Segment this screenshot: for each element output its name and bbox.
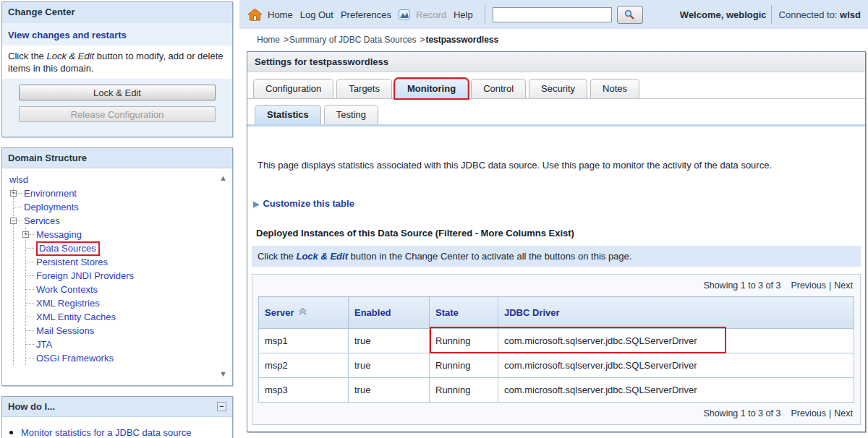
search-input[interactable]	[493, 7, 612, 22]
description-text-em: Lock & Edit	[46, 51, 94, 61]
tab-monitoring[interactable]: Monitoring	[395, 79, 468, 98]
tree-item-osgi-frameworks[interactable]: OSGi Frameworks	[36, 353, 114, 364]
cell-enabled: true	[349, 353, 430, 378]
customize-table-link[interactable]: ▶Customize this table	[253, 198, 861, 209]
list-item: Monitor statistics for a JDBC data sourc…	[21, 426, 226, 438]
tree-item-jta[interactable]: JTA	[36, 339, 52, 350]
tree-item-deployments[interactable]: Deployments	[24, 202, 79, 212]
tab-control[interactable]: Control	[471, 79, 526, 98]
page-description: This page displays statistics associated…	[258, 160, 861, 171]
home-link[interactable]: Home	[268, 9, 293, 20]
tree-item-xml-registries[interactable]: XML Registries	[36, 298, 100, 309]
magnifier-icon	[624, 9, 635, 20]
cell-server: msp3	[259, 378, 349, 403]
cell-enabled: true	[349, 329, 430, 353]
pagination-showing: Showing 1 to 3 of 3	[703, 280, 780, 291]
info-text-pre: Click the	[258, 251, 296, 262]
monitor-statistics-link[interactable]: Monitor statistics for a JDBC data sourc…	[21, 427, 192, 438]
column-header-server[interactable]: Server	[259, 297, 349, 329]
tab-configuration[interactable]: Configuration	[253, 79, 333, 98]
change-center-title: Change Center	[2, 2, 232, 22]
how-do-i-panel: How do I... Monitor statistics for a JDB…	[1, 396, 233, 438]
how-do-i-body: Monitor statistics for a JDBC data sourc…	[2, 417, 232, 438]
cell-jdbc-driver: com.microsoft.sqlserver.jdbc.SQLServerDr…	[498, 378, 854, 403]
column-label: JDBC Driver	[504, 307, 560, 318]
subtab-statistics[interactable]: Statistics	[255, 105, 321, 124]
pagination-pipe: |	[829, 280, 831, 291]
logout-link[interactable]: Log Out	[300, 9, 333, 20]
view-changes-link[interactable]: View changes and restarts	[8, 30, 127, 40]
weblogic-console-page: Change Center View changes and restarts …	[0, 0, 868, 438]
next-button: Next	[834, 280, 853, 291]
cell-server: msp2	[259, 353, 349, 378]
tab-security[interactable]: Security	[529, 79, 587, 98]
console-toolbar: Home Log Out Preferences Record Help Wel…	[239, 0, 868, 29]
tree-item-wlsd[interactable]: wlsd	[9, 174, 28, 185]
tree-connector	[26, 248, 34, 249]
info-text-em: Lock & Edit	[296, 251, 348, 262]
how-do-i-title: How do I...	[8, 401, 55, 412]
breadcrumb-jdbc-summary[interactable]: Summary of JDBC Data Sources	[289, 35, 416, 45]
table-row: msp3 true Running com.microsoft.sqlserve…	[259, 378, 854, 403]
column-label: State	[435, 307, 459, 318]
pagination-top: Showing 1 to 3 of 3Previous|Next	[258, 279, 854, 296]
page-title: Settings for testpasswordless	[247, 52, 865, 72]
tree-item-foreign-jndi-providers[interactable]: Foreign JNDI Providers	[36, 270, 134, 281]
change-center-buttons: Lock & Edit Release Configuration	[2, 79, 232, 137]
connected-domain: wlsd	[840, 9, 861, 20]
domain-structure-title: Domain Structure	[2, 148, 232, 168]
lock-edit-button[interactable]: Lock & Edit	[19, 85, 216, 100]
home-icon[interactable]	[248, 9, 262, 21]
preferences-link[interactable]: Preferences	[341, 9, 391, 20]
record-icon	[399, 9, 410, 20]
domain-structure-panel: Domain Structure wlsd Environment Deploy…	[1, 147, 233, 386]
help-link[interactable]: Help	[454, 9, 473, 20]
column-header-state[interactable]: State	[430, 297, 498, 329]
cell-state: Running	[430, 329, 498, 353]
scroll-down-icon[interactable]: ▼	[219, 370, 227, 378]
description-text-pre: Click the	[8, 51, 46, 61]
sort-ascending-icon	[298, 308, 307, 315]
scroll-up-icon[interactable]: ▲	[219, 174, 227, 182]
release-configuration-button: Release Configuration	[19, 106, 216, 122]
collapse-panel-icon[interactable]	[217, 402, 226, 411]
breadcrumb-home[interactable]: Home	[257, 35, 280, 45]
tab-targets[interactable]: Targets	[336, 79, 392, 98]
column-header-jdbc-driver[interactable]: JDBC Driver	[498, 297, 854, 329]
breadcrumb-separator: >	[420, 35, 425, 45]
tree-item-work-contexts[interactable]: Work Contexts	[36, 284, 98, 295]
tree-connector	[26, 289, 34, 290]
tree-connector	[26, 234, 34, 235]
table-heading: Deployed Instances of this Data Source (…	[256, 228, 861, 239]
column-label: Enabled	[354, 307, 391, 318]
cell-server: msp1	[259, 329, 349, 353]
pagination-bottom: Showing 1 to 3 of 3Previous|Next	[258, 403, 854, 420]
arrow-right-icon: ▶	[253, 199, 259, 208]
connected-label: Connected to: wlsd	[779, 9, 861, 20]
tree-item-services[interactable]: Services	[24, 215, 60, 226]
subtab-testing[interactable]: Testing	[324, 105, 378, 124]
connected-prefix: Connected to:	[779, 9, 841, 20]
record-label: Record	[416, 9, 446, 20]
table-row: msp2 true Running com.microsoft.sqlserve…	[259, 353, 854, 378]
cell-state: Running	[430, 378, 498, 403]
tab-bar: Configuration Targets Monitoring Control…	[247, 72, 865, 99]
toolbar-divider	[771, 5, 772, 24]
tree-item-data-sources[interactable]: Data Sources	[39, 243, 96, 254]
tab-content: This page displays statistics associated…	[247, 160, 865, 425]
tree-item-persistent-stores[interactable]: Persistent Stores	[36, 257, 108, 267]
tree-item-mail-sessions[interactable]: Mail Sessions	[36, 325, 94, 336]
data-source-table-container: Showing 1 to 3 of 3Previous|Next Server …	[252, 274, 861, 425]
tree-item-xml-entity-caches[interactable]: XML Entity Caches	[36, 312, 116, 322]
change-center-panel: Change Center View changes and restarts …	[1, 1, 233, 137]
domain-structure-title-label: Domain Structure	[8, 153, 87, 163]
column-header-enabled[interactable]: Enabled	[349, 297, 430, 329]
cell-state: Running	[430, 353, 498, 378]
tree-item-environment[interactable]: Environment	[24, 188, 77, 199]
search-button[interactable]	[617, 6, 643, 24]
tree-item-messaging[interactable]: Messaging	[36, 229, 82, 240]
tab-notes[interactable]: Notes	[590, 79, 639, 98]
customize-table-label: Customize this table	[263, 198, 354, 209]
column-label: Server	[265, 307, 294, 318]
tree-connector	[14, 193, 22, 194]
